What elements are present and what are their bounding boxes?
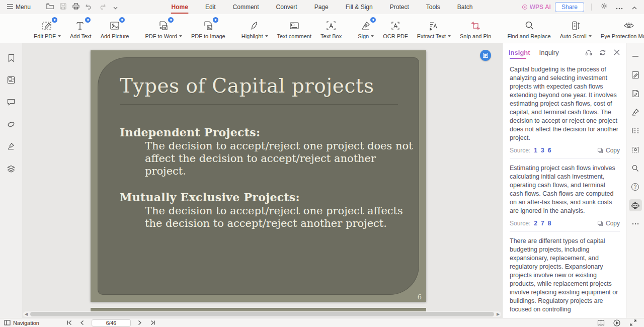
source-ref[interactable]: 1 [534, 147, 537, 154]
menu-button[interactable]: Menu [4, 2, 34, 12]
sign-button[interactable]: ◆ Sign [353, 17, 378, 41]
tab-edit[interactable]: Edit [197, 0, 224, 14]
source-label: Source: [510, 147, 530, 154]
extract-text-button[interactable]: Extract Text [413, 17, 455, 41]
wps-ai-button[interactable]: WPS AI [522, 4, 551, 11]
more-options-button[interactable] [614, 2, 625, 12]
share-button[interactable]: Share [555, 2, 584, 12]
print-button[interactable] [70, 2, 82, 12]
find-and-replace-button[interactable]: Find and Replace [503, 17, 555, 41]
tab-fill-sign[interactable]: Fill & Sign [337, 0, 381, 14]
tab-inquiry[interactable]: Inquiry [539, 44, 559, 61]
bookmarks-panel-button[interactable] [6, 52, 17, 63]
snapshot-button[interactable] [629, 143, 642, 155]
ai-insight-panel: Insight Inquiry Capital budgeting is the… [502, 43, 626, 318]
voice-read-button[interactable] [585, 48, 593, 56]
search-panel-button[interactable] [629, 162, 642, 174]
collapse-panel-button[interactable] [629, 50, 642, 62]
previous-page-button[interactable] [78, 319, 87, 326]
add-text-button[interactable]: ◆ Add Text [65, 17, 96, 41]
page-indicator-input[interactable] [92, 319, 131, 326]
tab-batch[interactable]: Batch [449, 0, 481, 14]
copy-button[interactable]: Copy [597, 147, 620, 154]
annotate-doc-button[interactable] [629, 88, 642, 100]
next-page-button[interactable] [136, 319, 144, 326]
scroll-right-arrow[interactable]: ▶ [495, 311, 501, 317]
ocr-pdf-button[interactable]: OCR PDF [378, 17, 413, 41]
undo-button[interactable] [84, 2, 95, 12]
folder-open-icon [46, 3, 54, 12]
left-sidebar [0, 43, 22, 318]
chevron-up-icon [632, 3, 637, 12]
highlight-button[interactable]: Highlight [237, 17, 273, 41]
first-page-button[interactable] [65, 319, 73, 326]
slide-page-number: 6 [418, 293, 422, 301]
scrollbar-thumb[interactable] [30, 312, 494, 316]
tags-panel-button[interactable] [6, 119, 17, 130]
pdf-to-word-button[interactable]: ◆ PDF to Word [141, 17, 187, 41]
slide-title: Types of Capital projects [120, 74, 398, 97]
add-picture-button[interactable]: ◆ Add Picture [96, 17, 134, 41]
signature-tool-button[interactable] [629, 106, 642, 118]
tab-convert[interactable]: Convert [268, 0, 306, 14]
edit-pdf-button[interactable]: ◆ Edit PDF [29, 17, 65, 41]
sign-pen-icon [360, 20, 371, 31]
refresh-button[interactable] [599, 48, 607, 56]
source-ref[interactable]: 7 [541, 220, 544, 227]
settings-button[interactable] [599, 2, 610, 12]
navigation-panel-icon [4, 320, 11, 325]
premium-badge: ◆ [52, 17, 57, 23]
close-panel-button[interactable] [613, 48, 621, 56]
tab-insight[interactable]: Insight [509, 44, 530, 61]
comments-panel-button[interactable] [6, 97, 17, 108]
pdf-to-image-button[interactable]: ◆ PDF to Image [187, 17, 230, 41]
help-button[interactable]: ? [629, 181, 642, 193]
reading-layout-button[interactable] [629, 125, 642, 137]
tab-tools[interactable]: Tools [418, 0, 449, 14]
save-button[interactable] [57, 2, 68, 12]
tab-page[interactable]: Page [306, 0, 337, 14]
source-ref[interactable]: 6 [548, 147, 551, 154]
source-ref[interactable]: 2 [534, 220, 537, 227]
search-icon [524, 20, 535, 31]
quick-tools-dropdown[interactable] [110, 2, 121, 12]
layers-icon [7, 165, 15, 173]
dropdown-caret [448, 35, 451, 37]
open-file-button[interactable] [44, 2, 55, 12]
source-ref[interactable]: 8 [548, 220, 551, 227]
tab-protect[interactable]: Protect [381, 0, 418, 14]
premium-badge: ◆ [119, 17, 125, 23]
hamburger-icon [7, 4, 13, 11]
text-box-button[interactable]: Text Box [316, 17, 346, 41]
ai-assistant-button[interactable] [629, 199, 642, 211]
last-page-button[interactable] [149, 319, 157, 326]
divider [39, 4, 39, 11]
horizontal-scrollbar[interactable]: ◀ ▶ [23, 311, 501, 317]
text-comment-button[interactable]: Text comment [273, 17, 316, 41]
floating-translate-button[interactable] [480, 50, 491, 61]
copy-button[interactable]: Copy [597, 220, 620, 227]
tab-comment[interactable]: Comment [224, 0, 268, 14]
ai-panel-header: Insight Inquiry [503, 43, 626, 61]
scroll-left-arrow[interactable]: ◀ [23, 311, 29, 317]
bookmark-icon [8, 54, 15, 62]
navigation-toggle[interactable]: Navigation [0, 320, 39, 326]
auto-scroll-button[interactable]: Auto Scroll [555, 17, 596, 41]
fullscreen-button[interactable] [629, 319, 637, 326]
premium-badge: ◆ [370, 17, 376, 23]
play-presentation-button[interactable] [613, 319, 621, 326]
collapse-ribbon-button[interactable] [629, 2, 640, 12]
snip-and-pin-button[interactable]: Snip and Pin [455, 17, 496, 41]
tab-home[interactable]: Home [163, 0, 197, 14]
signature-panel-button[interactable] [6, 141, 17, 152]
more-tools-button[interactable] [629, 218, 642, 230]
eye-protection-mode-button[interactable]: Eye Protection Mode [596, 17, 644, 41]
doc-translate-icon [482, 52, 489, 58]
edit-tool-button[interactable] [629, 69, 642, 81]
thumbnails-panel-button[interactable] [6, 74, 17, 86]
source-ref[interactable]: 3 [541, 147, 544, 154]
redo-button[interactable] [97, 2, 108, 12]
layers-panel-button[interactable] [6, 163, 17, 174]
dropdown-caret [371, 35, 374, 37]
read-mode-button[interactable] [597, 319, 605, 326]
